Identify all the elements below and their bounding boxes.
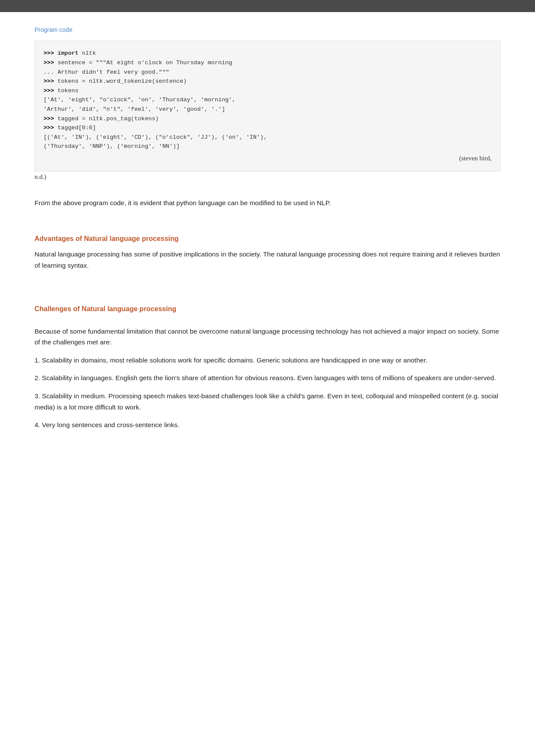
code-line-6: ['At', 'eight', "o'clock", 'on', 'Thursd… (44, 95, 491, 105)
body-paragraph-1: From the above program code, it is evide… (34, 197, 501, 209)
code-line-8: >>> tagged = nltk.pos_tag(tokens) (44, 114, 491, 124)
challenge-4: 4. Very long sentences and cross-sentenc… (34, 419, 501, 431)
code-line-10: [('At', 'IN'), ('eight', 'CD'), ("o'cloc… (44, 133, 491, 142)
citation-part2: n.d.) (34, 172, 501, 182)
challenge-1: 1. Scalability in domains, most reliable… (34, 355, 501, 366)
advantages-text: Natural language processing has some of … (34, 249, 501, 271)
code-line-2: >>> sentence = """At eight o'clock on Th… (44, 58, 491, 68)
code-line-9: >>> tagged[0:6] (44, 123, 491, 133)
program-code-label: Program code (34, 25, 501, 34)
code-line-4: >>> tokens = nltk.word_tokenize(sentence… (44, 77, 491, 86)
code-line-3: ... Arthur didn't feel very good.""" (44, 68, 491, 77)
challenge-3: 3. Scalability in medium. Processing spe… (34, 390, 501, 412)
page-container: Program code >>> import nltk >>> sentenc… (0, 25, 535, 472)
code-line-1: >>> import nltk (44, 49, 491, 58)
challenge-2: 2. Scalability in languages. English get… (34, 372, 501, 384)
advantages-heading: Advantages of Natural language processin… (34, 233, 501, 244)
challenges-intro: Because of some fundamental limitation t… (34, 326, 501, 348)
code-block: >>> import nltk >>> sentence = """At eig… (34, 41, 501, 172)
code-line-11: ('Thursday', 'NNP'), ('morning', 'NN')] (44, 142, 491, 151)
challenges-heading: Challenges of Natural language processin… (34, 303, 501, 315)
top-bar (0, 0, 535, 12)
citation-part1: (steven bird, (44, 153, 491, 163)
code-line-7: 'Arthur', 'did', "n't", 'feel', 'very', … (44, 105, 491, 114)
code-line-5: >>> tokens (44, 86, 491, 96)
